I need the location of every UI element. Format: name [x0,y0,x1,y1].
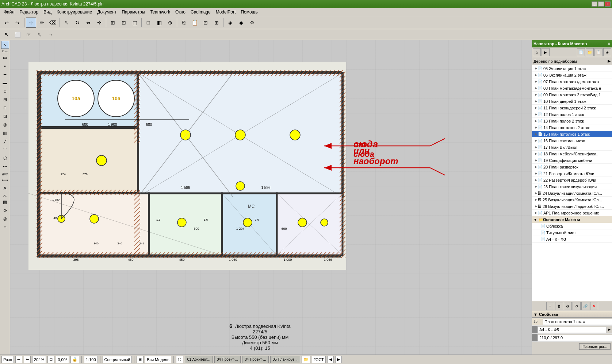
ungroup-btn[interactable]: ⊞ [211,18,222,28]
tree-item-11[interactable]: ▶📄 11 План окон/дверей 2 этаж [532,105,612,111]
tree-item-cover[interactable]: 📄 Обложка [532,223,612,229]
arrow-btn[interactable]: ↖ [1,30,12,40]
redo-btn[interactable]: ↪ [12,18,23,28]
params-button[interactable]: Параметры... [579,343,611,350]
status-nav2[interactable]: ▶ [335,356,342,363]
measure-btn[interactable]: ◫ [130,18,140,28]
nav-settings2-btn[interactable]: ⚙ [564,302,572,310]
cursor-btn[interactable]: ↖ [61,18,72,28]
tool-beam[interactable]: ━ [1,70,9,78]
tree-item-23[interactable]: ▶📄 23 План точек визуализации [532,183,612,190]
tree-item-26[interactable]: ▶🖼 26 Визуализация/Гардероб Юл... [532,203,612,210]
tool-line[interactable]: ╱ [1,138,9,146]
nav-3d-btn[interactable]: ◈ [603,48,611,56]
prop-dropdown-btn[interactable]: ▶ [606,326,612,333]
group-btn[interactable]: ⊡ [200,18,211,28]
rotate-btn[interactable]: ↻ [72,18,83,28]
status-model[interactable]: Вся Модель [145,356,171,363]
tree-item-14[interactable]: ▶📄 14 План потолков 2 этаж [532,124,612,131]
status-redo[interactable]: ↪ [24,356,31,363]
nav-forward-btn[interactable]: ▶ [542,48,550,56]
tree-expand-icon[interactable]: ▶ [608,59,611,63]
hand-btn[interactable]: ☞ [23,30,34,40]
paste-btn[interactable]: 📋 [190,18,200,28]
undo-btn[interactable]: ↩ [1,18,12,28]
tool-slab[interactable]: ▬ [1,79,9,87]
tree-item-12[interactable]: ▶📄 12 План полов 1 этаж [532,111,612,118]
tree-item-17[interactable]: ▶📄 17 План Вкл/Выкл [532,144,612,151]
status-undo[interactable]: ↩ [15,356,22,363]
status-nav1[interactable]: ◀ [327,356,334,363]
nav-link-btn[interactable]: 🔗 [581,302,589,310]
tree-item-16[interactable]: ▶📄 16 План светильников [532,138,612,144]
maximize-btn[interactable]: □ [598,1,604,7]
draw-btn[interactable]: ✏ [37,18,47,28]
render-btn[interactable]: ◆ [236,18,246,28]
tool-object[interactable]: ◎ [1,121,9,129]
move-btn[interactable]: ✛ [94,18,104,28]
menu-window[interactable]: Окно [173,9,188,15]
tool-section[interactable]: ⊘ [1,206,9,214]
nav-folder-btn[interactable]: 📁 [586,48,594,56]
nav-layout-btn[interactable]: 📋 [594,48,603,56]
menu-construct[interactable]: Конструирование [54,9,94,15]
menu-view[interactable]: Вид [41,9,54,15]
tree-item-21[interactable]: ▶📄 21 Развертки/Комната Юли [532,170,612,177]
tree-item-22[interactable]: ▶📄 22 Развертки/Гардероб Юли [532,177,612,183]
tree-item-05[interactable]: ▶📄 05 Экспликация 1 этаж [532,65,612,72]
close-btn[interactable]: × [605,1,611,7]
zoom-btn[interactable]: ⊕ [165,18,175,28]
tree-item-24[interactable]: ▶🖼 24 Визуализация/Комната Юл... [532,190,612,197]
eraser-btn[interactable]: ⌫ [48,18,58,28]
tool-hatch[interactable]: ▤ [1,198,9,206]
tool-arc[interactable]: ⌒ [1,146,9,154]
tree-item-AP1[interactable]: ▶📄 АР1 Планировочное решение [532,210,612,216]
tool-text[interactable]: A [1,185,9,193]
tool-door[interactable]: ⊓ [1,104,9,112]
3d-btn[interactable]: ◈ [225,18,235,28]
tree-item-20[interactable]: ▶📄 20 План разверток [532,164,612,170]
tree-item-06[interactable]: ▶📄 06 Экспликация 2 этаж [532,72,612,78]
status-tab-arch[interactable]: 01 Архитект... [185,356,213,363]
tool-elev[interactable]: ○ [1,223,9,231]
tool-column[interactable]: ▪ [1,62,9,70]
tree-item-09[interactable]: ▶📄 09 План монтажа 2 этаж/Вид 1 [532,92,612,98]
tree-item-10[interactable]: ▶📄 10 План дверей 1 этаж [532,98,612,105]
cursor2-btn[interactable]: ↖ [34,30,45,40]
status-tab3[interactable]: 05 Планируе... [270,356,300,363]
menu-file[interactable]: Файл [1,9,17,15]
menu-document[interactable]: Документ [95,9,119,15]
nav-delete-btn[interactable]: 🗑 [555,302,563,310]
status-tab1[interactable]: 04 Проект-... [214,356,241,363]
menu-teamwork[interactable]: Teamwork [148,9,172,15]
menu-editor[interactable]: Редактор [18,9,41,15]
grid-btn[interactable]: ⊞ [108,18,118,28]
minimize-btn[interactable]: _ [592,1,597,7]
menu-cadimage[interactable]: Cadimage [188,9,213,15]
rect2-btn[interactable]: ⬜ [12,30,23,40]
navigator-close-btn[interactable]: ✕ [607,42,611,46]
snap-btn[interactable]: ⊡ [119,18,129,28]
tool-window[interactable]: ⊡ [1,112,9,120]
nav-refresh-btn[interactable]: ↻ [573,302,581,310]
tool-detail[interactable]: ◎ [1,215,9,223]
tool-dim[interactable]: ⟺ [1,176,9,184]
status-special[interactable]: Специальный [103,356,132,363]
mirror-btn[interactable]: ⇔ [83,18,93,28]
nav-add-btn[interactable]: + [546,302,554,310]
rect-btn[interactable]: □ [143,18,153,28]
tree-list[interactable]: ▶📄 05 Экспликация 1 этаж▶📄 06 Экспликаци… [532,65,612,301]
tree-item-title[interactable]: 📄 Титульный лист [532,229,612,236]
tree-item-13[interactable]: ▶📄 13 План полов 2 этаж [532,118,612,124]
tree-item-18[interactable]: ▶📄 18 План мебели/Специфика... [532,151,612,157]
nav-home-btn[interactable]: ⌂ [533,48,541,56]
tool-wall[interactable]: ▭ [1,54,9,62]
menu-modelport[interactable]: ModelPort [214,9,238,15]
menu-params[interactable]: Параметры [119,9,147,15]
right-arrow-btn[interactable]: → [45,30,56,40]
tool-roof[interactable]: ⌂ [1,87,9,95]
tool-poly[interactable]: ⬡ [1,154,9,162]
fill-btn[interactable]: ◧ [154,18,164,28]
menu-help[interactable]: Помощь [238,9,260,15]
nav-close2-btn[interactable]: ✕ [590,302,598,310]
